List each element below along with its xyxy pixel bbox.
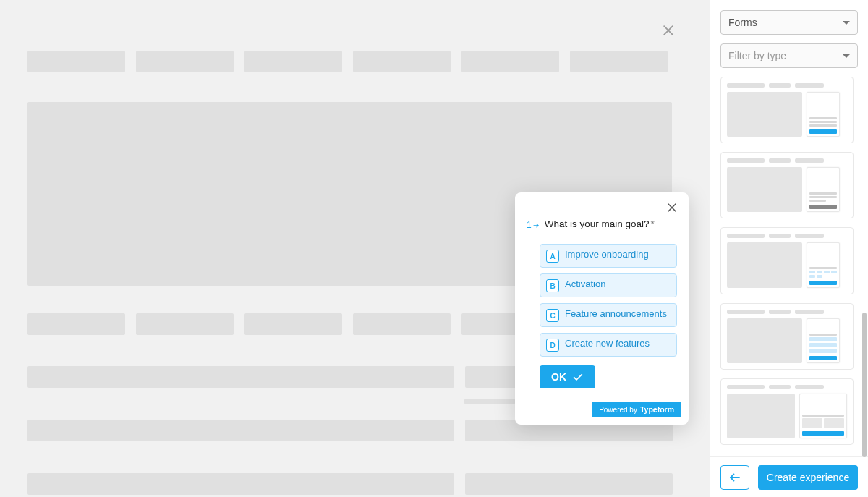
survey-modal: 1➔ What is your main goal?* A Improve on… bbox=[515, 192, 689, 425]
option-label: Activation bbox=[565, 279, 605, 291]
create-experience-button[interactable]: Create experience bbox=[758, 465, 858, 490]
check-icon bbox=[572, 371, 584, 383]
type-filter-placeholder: Filter by type bbox=[728, 50, 786, 61]
survey-ok-button[interactable]: OK bbox=[540, 365, 595, 388]
skeleton-thin-bar bbox=[464, 399, 515, 404]
template-card[interactable] bbox=[720, 152, 854, 218]
survey-option-d[interactable]: D Create new features bbox=[540, 333, 677, 357]
skeleton-row bbox=[27, 473, 673, 495]
close-icon bbox=[665, 201, 678, 214]
survey-option-c[interactable]: C Feature announcements bbox=[540, 303, 677, 327]
panel-footer: Create experience bbox=[710, 456, 868, 497]
template-card[interactable] bbox=[720, 378, 854, 445]
template-thumb bbox=[727, 92, 802, 137]
canvas-close-icon[interactable] bbox=[661, 23, 676, 38]
powered-by-badge[interactable]: Powered by Typeform bbox=[592, 402, 681, 417]
arrow-right-icon: ➔ bbox=[533, 221, 539, 229]
template-card[interactable] bbox=[720, 77, 854, 143]
ok-label: OK bbox=[551, 371, 566, 383]
chevron-down-icon bbox=[843, 21, 850, 25]
category-select-value: Forms bbox=[728, 17, 757, 28]
question-header: 1➔ What is your main goal?* bbox=[527, 218, 677, 229]
option-label: Improve onboarding bbox=[565, 249, 649, 261]
type-filter-select[interactable]: Filter by type bbox=[720, 43, 858, 68]
skeleton-row bbox=[27, 366, 535, 388]
option-key: A bbox=[546, 250, 559, 263]
skeleton-row bbox=[27, 313, 559, 335]
survey-options: A Improve onboarding B Activation C Feat… bbox=[540, 244, 677, 357]
category-select[interactable]: Forms bbox=[720, 10, 858, 35]
template-card[interactable] bbox=[720, 227, 854, 294]
back-button[interactable] bbox=[720, 465, 749, 490]
survey-option-b[interactable]: B Activation bbox=[540, 273, 677, 297]
option-key: C bbox=[546, 309, 559, 322]
template-form-preview bbox=[807, 92, 840, 137]
question-text: What is your main goal?* bbox=[545, 218, 677, 229]
option-label: Create new features bbox=[565, 338, 650, 350]
template-panel: Forms Filter by type bbox=[710, 0, 868, 497]
template-list[interactable] bbox=[720, 77, 858, 497]
modal-close-button[interactable] bbox=[665, 201, 680, 216]
option-label: Feature announcements bbox=[565, 308, 667, 320]
scrollbar[interactable] bbox=[862, 313, 867, 457]
arrow-left-icon bbox=[728, 471, 741, 484]
skeleton-row bbox=[27, 51, 668, 72]
powered-brand: Typeform bbox=[640, 405, 674, 414]
option-key: B bbox=[546, 279, 559, 292]
option-key: D bbox=[546, 339, 559, 352]
powered-prefix: Powered by bbox=[599, 406, 637, 414]
chevron-down-icon bbox=[843, 54, 850, 58]
survey-option-a[interactable]: A Improve onboarding bbox=[540, 244, 677, 268]
question-number: 1➔ bbox=[527, 220, 539, 230]
template-card[interactable] bbox=[720, 303, 854, 370]
